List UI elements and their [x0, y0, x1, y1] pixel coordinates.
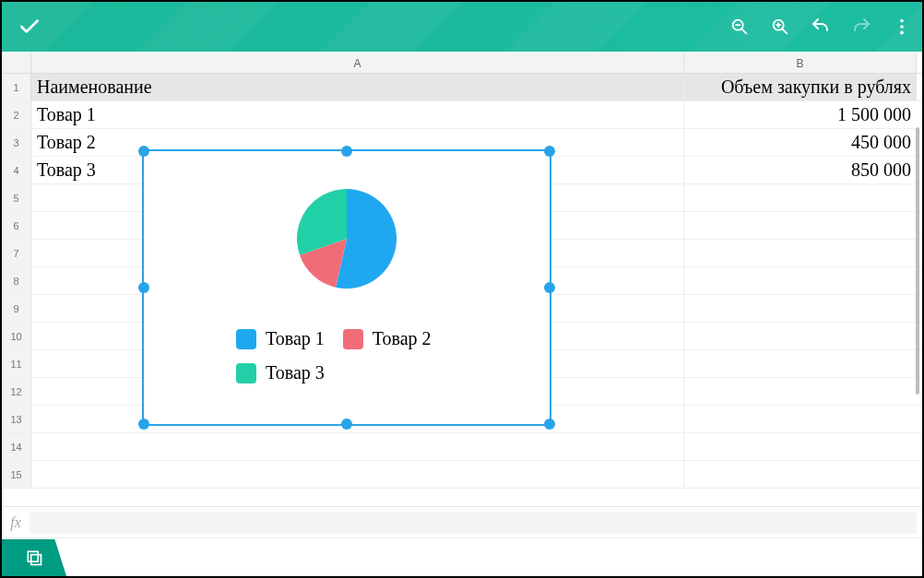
- resize-handle-sw[interactable]: [138, 419, 149, 430]
- cell[interactable]: [684, 212, 917, 239]
- vertical-scrollbar[interactable]: [916, 127, 919, 395]
- row-header[interactable]: 4: [2, 157, 31, 183]
- column-header-A[interactable]: A: [31, 53, 684, 73]
- row-header[interactable]: 11: [2, 350, 31, 377]
- cell[interactable]: [684, 323, 917, 349]
- cell[interactable]: [684, 184, 917, 211]
- table-row: 1НаименованиеОбъем закупки в рублях: [2, 74, 922, 101]
- resize-handle-e[interactable]: [544, 282, 555, 293]
- cell[interactable]: [31, 461, 684, 488]
- row-header[interactable]: 15: [2, 461, 31, 488]
- check-icon: [18, 15, 41, 39]
- resize-handle-ne[interactable]: [544, 146, 555, 157]
- legend-swatch-1: [236, 329, 256, 349]
- resize-handle-nw[interactable]: [138, 146, 149, 157]
- formula-input[interactable]: [30, 512, 917, 534]
- select-all-corner[interactable]: [2, 53, 31, 73]
- resize-handle-se[interactable]: [544, 419, 555, 430]
- table-row: 15: [2, 461, 922, 489]
- zoom-out-icon: [729, 17, 750, 37]
- cell[interactable]: 1 500 000: [684, 101, 917, 128]
- cell[interactable]: Товар 1: [31, 101, 684, 128]
- svg-point-8: [900, 25, 904, 29]
- cell[interactable]: Объем закупки в рублях: [684, 74, 917, 100]
- row-header[interactable]: 8: [2, 267, 31, 294]
- legend-swatch-3: [236, 363, 256, 383]
- toolbar: [2, 2, 922, 52]
- column-header-B[interactable]: B: [684, 53, 917, 73]
- cell[interactable]: [684, 406, 917, 432]
- cell[interactable]: [31, 433, 684, 460]
- redo-button[interactable]: [841, 2, 882, 52]
- row-header[interactable]: 6: [2, 212, 31, 239]
- resize-handle-s[interactable]: [341, 419, 352, 430]
- more-button[interactable]: [882, 2, 922, 52]
- row-header[interactable]: 14: [2, 433, 31, 460]
- legend-item-3: Товар 3: [236, 362, 325, 383]
- svg-point-7: [900, 19, 904, 23]
- confirm-button[interactable]: [2, 2, 57, 52]
- zoom-out-button[interactable]: [719, 2, 760, 52]
- zoom-in-button[interactable]: [760, 2, 800, 52]
- cell[interactable]: 450 000: [684, 129, 917, 156]
- resize-handle-n[interactable]: [341, 146, 352, 157]
- pie-chart: [296, 188, 397, 289]
- row-header[interactable]: 2: [2, 101, 31, 128]
- cell[interactable]: [684, 295, 917, 322]
- svg-rect-11: [31, 555, 41, 565]
- cell[interactable]: Наименование: [31, 74, 684, 100]
- redo-icon: [850, 16, 872, 38]
- row-header[interactable]: 12: [2, 378, 31, 405]
- cell[interactable]: [684, 240, 917, 266]
- fx-label: fx: [2, 514, 30, 531]
- chart-legend: Товар 1 Товар 2 Товар 3: [236, 328, 432, 396]
- chart-object[interactable]: Товар 1 Товар 2 Товар 3: [142, 149, 551, 426]
- formula-bar: fx: [2, 506, 922, 537]
- row-header[interactable]: 3: [2, 129, 31, 156]
- svg-line-4: [782, 29, 787, 33]
- cell[interactable]: [684, 350, 917, 377]
- bottom-bar: [2, 537, 922, 576]
- cell[interactable]: [684, 433, 917, 460]
- zoom-in-icon: [770, 17, 790, 37]
- cell[interactable]: [684, 267, 917, 294]
- legend-label-1: Товар 1: [266, 328, 325, 349]
- svg-line-1: [741, 29, 746, 33]
- sheets-tab-button[interactable]: [2, 539, 66, 576]
- svg-point-9: [900, 31, 904, 35]
- legend-item-2: Товар 2: [343, 328, 432, 349]
- row-header[interactable]: 10: [2, 323, 31, 349]
- row-header[interactable]: 13: [2, 406, 31, 432]
- legend-item-1: Товар 1: [236, 328, 325, 349]
- column-headers: A B: [2, 53, 922, 74]
- cell[interactable]: [684, 461, 917, 488]
- row-header[interactable]: 5: [2, 184, 31, 211]
- resize-handle-w[interactable]: [138, 282, 149, 293]
- more-vert-icon: [892, 17, 912, 37]
- row-header[interactable]: 9: [2, 295, 31, 322]
- legend-label-3: Товар 3: [266, 362, 325, 383]
- undo-icon: [810, 16, 832, 38]
- svg-rect-10: [28, 551, 38, 561]
- undo-button[interactable]: [800, 2, 841, 52]
- sheets-icon: [25, 549, 43, 567]
- legend-swatch-2: [343, 329, 363, 349]
- row-header[interactable]: 1: [2, 74, 31, 100]
- cell[interactable]: [684, 378, 917, 405]
- table-row: 2Товар 11 500 000: [2, 101, 922, 129]
- row-header[interactable]: 7: [2, 240, 31, 266]
- cell[interactable]: 850 000: [684, 157, 917, 183]
- table-row: 14: [2, 433, 922, 461]
- legend-label-2: Товар 2: [373, 328, 432, 349]
